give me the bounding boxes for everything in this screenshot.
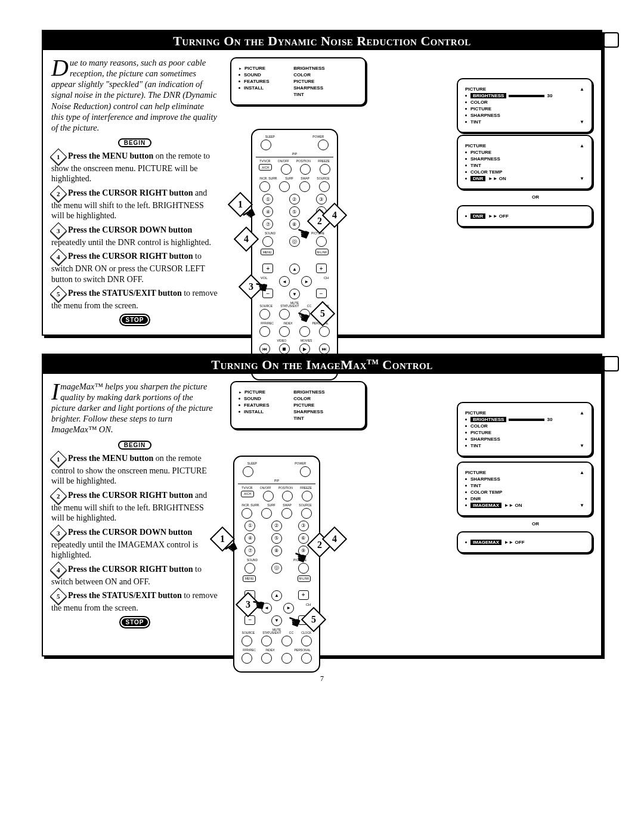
section-title-pre: Turning On the ImageMax (211, 357, 367, 372)
osd-imagemax-off: IMAGEMAX ►► OFF (457, 531, 593, 553)
step-4: 4Press the CURSOR RIGHT button to switch… (51, 564, 218, 587)
or-label: OR (532, 194, 539, 200)
dropcap: D (51, 58, 69, 78)
osd-picture-brightness: PICTURE▲ BRIGHTNESS30 COLOR PICTURE SHAR… (457, 78, 593, 133)
step-4: 4Press the CURSOR RIGHT button to switch… (51, 251, 218, 284)
stop-pill: STOP (120, 617, 148, 627)
or-label: OR (532, 521, 539, 527)
step-1: 1Press the MENU button on the remote to … (51, 151, 218, 184)
osd-picture-dnr: PICTURE▲ PICTURE SHARPNESS TINT COLOR TE… (457, 135, 593, 190)
illustration-area: PICTURE SOUND FEATURES INSTALL BRIGHTNES… (224, 57, 593, 329)
step-3: 3Press the CURSOR DOWN button repeatedly… (51, 527, 218, 561)
step-2: 2Press the CURSOR RIGHT button and the m… (51, 188, 218, 221)
remote-control-icon: SLEEPPOWER PIP TV/VCRON/OFFPOSITIONFREEZ… (233, 456, 320, 673)
step-3: 3Press the CURSOR DOWN button repeatedly… (51, 225, 218, 248)
dropcap: I (51, 382, 59, 401)
remote-control-icon: SLEEPPOWER PIP TV/VCRON/OFFPOSITIONFREEZ… (251, 129, 338, 380)
instructions-column: ImageMax™ helps you sharpen the picture … (51, 381, 218, 649)
step-5: 5Press the STATUS/EXIT button to remove … (51, 590, 218, 614)
osd-dnr-off: DNR ►► OFF (457, 205, 593, 227)
section-dnr: Turning On the Dynamic Noise Reduction C… (42, 30, 602, 336)
osd-picture-brightness: PICTURE▲ BRIGHTNESS30 COLOR PICTURE SHAR… (457, 402, 593, 457)
section-title: Turning On the Dynamic Noise Reduction C… (173, 33, 471, 48)
begin-pill: BEGIN (118, 138, 152, 147)
intro-text: Due to many reasons, such as poor cable … (51, 57, 218, 133)
begin-pill: BEGIN (118, 441, 152, 450)
title-tab-icon (603, 32, 619, 48)
title-bar: Turning On the Dynamic Noise Reduction C… (43, 31, 601, 50)
step-2: 2Press the CURSOR RIGHT button and the m… (51, 490, 218, 524)
instructions-column: Due to many reasons, such as poor cable … (51, 57, 218, 329)
osd-picture-imagemax: PICTURE▲ SHARPNESS TINT COLOR TEMP DNR I… (457, 462, 593, 516)
page-number: 7 (42, 674, 602, 683)
section-imagemax: Turning On the ImageMaxTM Control ImageM… (42, 354, 602, 657)
osd-main-menu: PICTURE SOUND FEATURES INSTALL BRIGHTNES… (230, 57, 366, 106)
osd-main-menu: PICTURE SOUND FEATURES INSTALL BRIGHTNES… (230, 381, 366, 429)
stop-pill: STOP (120, 315, 148, 325)
callout-1: 1 (228, 192, 253, 217)
title-bar: Turning On the ImageMaxTM Control (43, 355, 601, 374)
illustration-area: PICTURE SOUND FEATURES INSTALL BRIGHTNES… (224, 381, 593, 649)
step-5: 5Press the STATUS/EXIT button to remove … (51, 288, 218, 311)
title-tab-icon (603, 356, 619, 371)
step-1: 1Press the MENU button on the remote con… (51, 453, 218, 487)
intro-text: ImageMax™ helps you sharpen the picture … (51, 381, 218, 435)
